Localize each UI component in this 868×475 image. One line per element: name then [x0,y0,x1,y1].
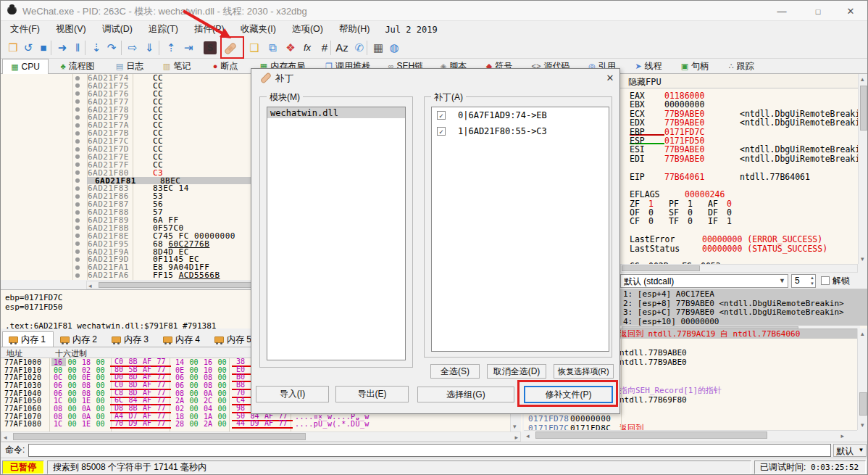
dump-byte[interactable]: C4 [234,396,249,404]
breakpoint-dot-icon[interactable] [75,273,80,278]
dump-byte[interactable]: AF [141,396,155,404]
dump-byte[interactable]: 06 [51,381,66,389]
dump-byte[interactable]: 08 [80,381,94,389]
unlock-option[interactable]: 解锁 [821,275,850,287]
dump-byte[interactable]: 08 [51,405,66,413]
dump-byte[interactable]: 04 [201,405,216,413]
restart-icon[interactable]: ↺ [20,39,36,57]
dump-byte[interactable]: C8 [112,389,127,397]
dump-byte[interactable]: D9 [127,419,141,427]
import-button[interactable]: 导入(I) [256,386,329,402]
dump-byte[interactable]: 1C [51,420,66,428]
menu-item[interactable]: 文件(F) [2,21,48,38]
dump-byte[interactable]: 00 [188,413,202,421]
dump-byte[interactable]: AF [141,412,155,420]
dump-byte[interactable]: AF [141,419,155,427]
breakpoint-dot-icon[interactable] [75,186,80,191]
dump-byte[interactable]: 06 [173,381,188,389]
breakpoint-dot-icon[interactable] [75,194,80,199]
step-down-icon[interactable]: ⇓ [141,39,157,57]
modules-list[interactable]: wechatwin.dll [267,107,406,360]
dump-byte[interactable]: 77 [155,389,170,397]
dump-byte[interactable]: 0A [80,405,94,413]
register-line[interactable] [630,252,868,261]
dump-byte[interactable]: 00 [66,373,80,381]
dump-byte[interactable]: AF [141,365,155,373]
dump-byte[interactable]: 00 [216,358,230,366]
dump-byte[interactable]: 18 [173,413,188,421]
breakpoint-dot-icon[interactable] [75,99,80,104]
strings-icon[interactable]: Aᴢ [334,39,350,57]
dump-tab[interactable]: 内存 1 [2,331,54,347]
dump-byte[interactable]: 00 [66,413,80,421]
dump-byte[interactable]: 00 [66,389,80,397]
calculator-icon[interactable]: ▦ [370,39,386,57]
pause-icon[interactable]: ‖ [70,39,85,57]
argument-row[interactable]: 2: [esp+8] 77B9ABE0 <ntdll.DbgUiRemoteBr… [620,299,868,308]
stack-hscrollbar[interactable]: ◂ ▸ [524,430,857,440]
tab-graph[interactable]: ♣流程图 [49,59,107,73]
dump-byte[interactable]: 77 [155,381,170,389]
breakpoint-dot-icon[interactable] [75,226,80,230]
module-list-item[interactable]: wechatwin.dll [267,107,405,118]
export-button[interactable]: 导出(E) [335,386,409,402]
dump-byte[interactable]: AF [141,373,155,381]
minimize-button[interactable]: — [773,5,790,18]
dump-byte[interactable]: 00 [51,366,66,374]
register-line[interactable]: ECX77B9ABE0<ntdll.DbgUiRemoteBreakin> [630,109,868,117]
dump-byte[interactable]: 00 [94,366,109,374]
breakpoint-dot-icon[interactable] [75,139,80,144]
select-all-button[interactable]: 全选(S) [430,364,480,379]
dump-byte[interactable]: 1C [51,397,66,405]
restore-selected-button[interactable]: 恢复选择项(R) [554,364,614,379]
bookmark-icon[interactable]: ❖ [283,39,299,57]
dump-byte[interactable]: 77 [155,404,170,412]
close-button[interactable]: ✕ [842,5,859,18]
breakpoint-dot-icon[interactable] [75,107,80,112]
scroll-up-icon[interactable]: ▴ [861,330,864,337]
tab-handles[interactable]: ▣句柄 [672,59,718,73]
dump-byte[interactable]: C0 [112,381,127,389]
pick-groups-button[interactable]: 选择组(G) [417,387,514,402]
breakpoint-dot-icon[interactable] [75,123,80,128]
register-line[interactable] [630,226,868,234]
dump-byte[interactable]: 00 [216,397,230,405]
run-to-cursor-icon[interactable]: ⇨ [125,39,141,57]
dump-byte[interactable]: 8D [127,389,141,397]
register-line[interactable]: ESI77B9ABE0<ntdll.DbgUiRemoteBreakin> [630,144,868,153]
handles-phone-icon[interactable]: ✆ [351,39,367,57]
dump-byte[interactable]: 00 [188,397,202,405]
dump-byte[interactable]: B0 [234,373,249,381]
dump-byte[interactable]: 16 [201,358,216,366]
breakpoint-dot-icon[interactable] [75,154,80,159]
dump-byte[interactable]: 00 [94,358,109,366]
dump-byte[interactable]: 00 [216,405,230,413]
dump-byte[interactable]: 00 [188,405,202,413]
dump-byte[interactable]: 2C [201,397,216,405]
register-line[interactable]: EBP0171FD7C [630,127,868,136]
dump-byte[interactable]: 2A [173,397,188,405]
menu-item[interactable]: 选项(O) [284,21,331,38]
scroll-down-icon[interactable]: ▾ [861,255,864,263]
dump-tab[interactable]: 内存 2 [54,331,105,347]
tab-log[interactable]: ▤日志 [107,59,153,73]
menu-item[interactable]: 帮助(H) [331,21,377,38]
dump-byte[interactable]: 00 [66,420,80,428]
register-line[interactable] [630,162,868,171]
dump-byte[interactable]: 77 [277,419,291,427]
patch-checkbox[interactable]: ✓ [437,111,446,120]
dump-byte[interactable]: D7 [127,412,141,420]
dump-byte[interactable]: 1A [201,413,216,421]
dump-byte[interactable]: 08 [51,413,66,421]
dump-byte[interactable]: 00 [94,420,109,428]
stack-vscrollbar[interactable]: ▴ ▾ [857,329,868,430]
dump-byte[interactable]: 00 [188,389,202,397]
dump-byte[interactable]: 00 [66,381,80,389]
dump-byte[interactable]: 98 [234,404,249,412]
dump-byte[interactable]: 8D [127,381,141,389]
dump-byte[interactable]: 77 [155,358,170,365]
deselect-all-button[interactable]: 取消全选(D) [487,364,546,379]
dump-byte[interactable]: 0C [51,373,66,381]
breakpoint-dot-icon[interactable] [75,249,80,254]
breakpoint-dot-icon[interactable] [75,234,80,238]
